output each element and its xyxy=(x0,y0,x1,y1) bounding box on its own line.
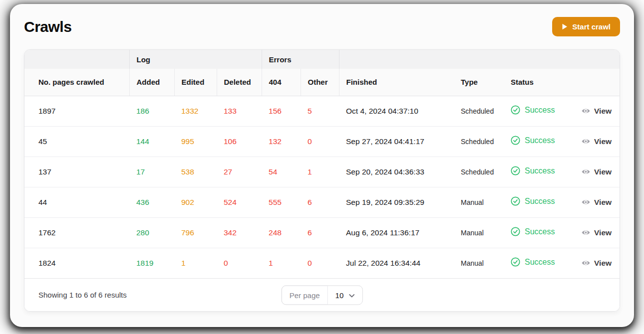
group-header-rest xyxy=(339,50,620,69)
finished-value: Oct 4, 2024 04:37:10 xyxy=(339,96,454,126)
edited-value: 796 xyxy=(174,217,217,248)
pages-crawled-value: 137 xyxy=(24,157,129,187)
play-icon xyxy=(562,23,568,30)
added-value: 1819 xyxy=(129,248,174,278)
deleted-value: 106 xyxy=(217,126,262,157)
added-value: 144 xyxy=(129,126,174,157)
view-label: View xyxy=(594,107,612,116)
view-button[interactable]: View xyxy=(581,196,613,209)
status-badge: Success xyxy=(511,196,555,206)
table-row: 1824 1819 1 0 1 0 Jul 22, 2024 16:34:44 … xyxy=(24,248,620,278)
group-header-empty xyxy=(24,50,129,69)
view-label: View xyxy=(594,259,612,268)
actions-cell: View xyxy=(574,157,620,187)
actions-cell: View xyxy=(574,96,620,126)
eye-icon xyxy=(582,138,590,145)
status-badge: Success xyxy=(511,105,555,115)
status-label: Success xyxy=(525,106,555,115)
eye-icon xyxy=(582,199,590,205)
pages-crawled-value: 1762 xyxy=(24,217,129,248)
actions-cell: View xyxy=(574,217,620,248)
finished-value: Jul 22, 2024 16:34:44 xyxy=(339,248,454,278)
error-other-value: 0 xyxy=(301,126,339,157)
pages-crawled-value: 1897 xyxy=(24,96,129,126)
status-label: Success xyxy=(525,197,555,206)
status-label: Success xyxy=(525,258,555,267)
table-column-header-row: No. pages crawled Added Edited Deleted 4… xyxy=(24,69,620,96)
table-row: 137 17 538 27 54 1 Sep 20, 2024 04:36:33… xyxy=(24,157,620,187)
type-value: Manual xyxy=(454,187,504,217)
added-value: 17 xyxy=(129,157,174,187)
page-header: Crawls Start crawl xyxy=(24,17,620,36)
status-badge: Success xyxy=(511,166,555,175)
table-footer: Showing 1 to 6 of 6 results Per page 10 xyxy=(24,278,620,311)
type-value: Manual xyxy=(454,248,504,278)
col-header-deleted: Deleted xyxy=(217,69,262,96)
added-value: 436 xyxy=(129,187,174,217)
check-circle-icon xyxy=(511,105,520,115)
view-button[interactable]: View xyxy=(581,257,613,270)
check-circle-icon xyxy=(511,196,520,206)
view-label: View xyxy=(594,198,612,207)
col-header-pages: No. pages crawled xyxy=(24,69,129,96)
table-row: 44 436 902 524 555 6 Sep 19, 2024 09:35:… xyxy=(24,187,620,217)
deleted-value: 27 xyxy=(217,157,262,187)
col-header-404: 404 xyxy=(262,69,301,96)
per-page-control: Per page 10 xyxy=(282,285,363,305)
view-label: View xyxy=(594,228,612,237)
status-cell: Success xyxy=(504,96,574,126)
crawls-panel: Crawls Start crawl Log Errors xyxy=(10,4,634,327)
view-label: View xyxy=(594,137,612,146)
col-header-type: Type xyxy=(454,69,504,96)
actions-cell: View xyxy=(574,126,620,157)
crawls-table-card: Log Errors No. pages crawled Added Edite… xyxy=(24,49,620,312)
actions-cell: View xyxy=(574,187,620,217)
status-cell: Success xyxy=(504,217,574,248)
edited-value: 902 xyxy=(174,187,217,217)
col-header-actions xyxy=(574,69,620,96)
error-other-value: 6 xyxy=(301,217,339,248)
view-button[interactable]: View xyxy=(581,105,613,118)
col-header-status: Status xyxy=(504,69,574,96)
error-404-value: 248 xyxy=(262,217,301,248)
start-crawl-button[interactable]: Start crawl xyxy=(552,17,620,36)
added-value: 186 xyxy=(129,96,174,126)
view-label: View xyxy=(594,167,612,176)
col-header-other: Other xyxy=(301,69,339,96)
group-header-log: Log xyxy=(129,50,262,69)
deleted-value: 524 xyxy=(217,187,262,217)
status-cell: Success xyxy=(504,187,574,217)
status-cell: Success xyxy=(504,157,574,187)
view-button[interactable]: View xyxy=(581,226,613,239)
col-header-added: Added xyxy=(129,69,174,96)
status-badge: Success xyxy=(511,257,555,267)
check-circle-icon xyxy=(511,257,520,267)
edited-value: 995 xyxy=(174,126,217,157)
table-row: 1897 186 1332 133 156 5 Oct 4, 2024 04:3… xyxy=(24,96,620,126)
eye-icon xyxy=(582,229,590,236)
type-value: Scheduled xyxy=(454,96,504,126)
type-value: Manual xyxy=(454,217,504,248)
view-button[interactable]: View xyxy=(581,135,613,148)
error-404-value: 54 xyxy=(262,157,301,187)
eye-icon xyxy=(582,260,590,266)
check-circle-icon xyxy=(511,166,520,175)
status-label: Success xyxy=(525,136,555,145)
finished-value: Aug 6, 2024 11:36:17 xyxy=(339,217,454,248)
table-row: 1762 280 796 342 248 6 Aug 6, 2024 11:36… xyxy=(24,217,620,248)
chevron-down-icon xyxy=(348,291,354,299)
error-404-value: 132 xyxy=(262,126,301,157)
finished-value: Sep 20, 2024 04:36:33 xyxy=(339,157,454,187)
type-value: Scheduled xyxy=(454,126,504,157)
pages-crawled-value: 44 xyxy=(24,187,129,217)
status-badge: Success xyxy=(511,136,555,145)
actions-cell: View xyxy=(574,248,620,278)
edited-value: 1 xyxy=(174,248,217,278)
per-page-select[interactable]: 10 xyxy=(328,286,362,304)
table-group-header-row: Log Errors xyxy=(24,50,620,69)
finished-value: Sep 27, 2024 04:41:17 xyxy=(339,126,454,157)
error-other-value: 5 xyxy=(301,96,339,126)
eye-icon xyxy=(582,168,590,175)
deleted-value: 0 xyxy=(217,248,262,278)
view-button[interactable]: View xyxy=(581,166,613,178)
